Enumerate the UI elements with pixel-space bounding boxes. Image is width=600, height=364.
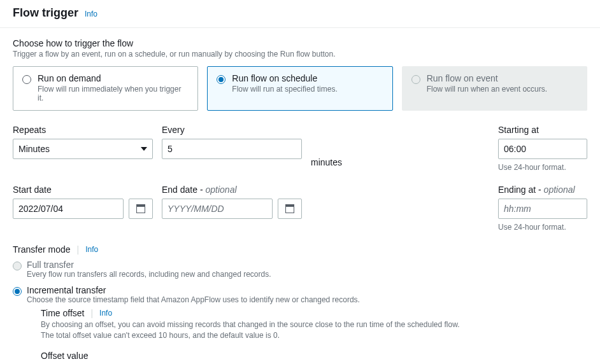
trigger-choice-help: Trigger a flow by an event, run on a sch… <box>13 50 587 59</box>
calendar-icon <box>136 204 145 213</box>
radio-icon <box>13 262 22 270</box>
info-link[interactable]: Info <box>85 10 97 18</box>
tile-run-on-event: Run flow on event Flow will run when an … <box>402 66 587 111</box>
transfer-incremental-label: Incremental transfer <box>27 285 460 295</box>
tile-label: Run flow on schedule <box>232 73 337 83</box>
ending-at-label: Ending at - optional <box>498 185 587 195</box>
trigger-tiles: Run on demand Flow will run immediately … <box>13 66 587 111</box>
every-input[interactable] <box>162 139 302 159</box>
start-date-input[interactable] <box>13 199 124 219</box>
ending-at-hint: Use 24-hour format. <box>498 223 587 232</box>
time-offset-desc2: The total offset value can't exceed 10 h… <box>41 331 280 340</box>
tile-desc: Flow will run when an event occurs. <box>427 85 547 94</box>
start-date-label: Start date <box>13 185 153 195</box>
every-label: Every <box>162 125 302 135</box>
ending-at-input[interactable] <box>498 199 587 219</box>
transfer-mode-info-link[interactable]: Info <box>85 245 98 254</box>
transfer-mode-title: Transfer mode <box>13 244 71 255</box>
repeats-label: Repeats <box>13 125 153 135</box>
transfer-mode-full: Full transfer Every flow run transfers a… <box>13 260 587 279</box>
radio-icon <box>217 75 225 84</box>
calendar-icon <box>285 204 294 213</box>
every-unit: minutes <box>311 157 342 167</box>
transfer-full-label: Full transfer <box>27 260 271 270</box>
page-title: Flow trigger Info <box>13 6 587 20</box>
radio-icon <box>411 75 420 84</box>
time-offset-title: Time offset <box>41 308 84 318</box>
trigger-choice-label: Choose how to trigger the flow <box>13 38 587 48</box>
tile-desc: Flow will run immediately when you trigg… <box>38 85 189 102</box>
tile-desc: Flow will run at specified times. <box>232 85 337 94</box>
repeats-select[interactable]: Minutes <box>13 139 153 159</box>
tile-run-on-demand[interactable]: Run on demand Flow will run immediately … <box>13 66 198 111</box>
starting-at-hint: Use 24-hour format. <box>498 163 587 172</box>
radio-icon <box>22 75 31 84</box>
start-date-picker-button[interactable] <box>129 199 153 219</box>
transfer-incremental-desc: Choose the source timestamp field that A… <box>27 295 460 304</box>
chevron-down-icon <box>141 147 147 151</box>
transfer-full-desc: Every flow run transfers all records, in… <box>27 270 271 279</box>
starting-at-label: Starting at <box>498 125 587 135</box>
page-title-text: Flow trigger <box>13 6 78 20</box>
transfer-mode-incremental[interactable]: Incremental transfer Choose the source t… <box>13 285 587 364</box>
end-date-input[interactable] <box>162 199 273 219</box>
repeats-select-value: Minutes <box>18 144 50 154</box>
time-offset-desc1: By choosing an offset, you can avoid mis… <box>41 320 460 329</box>
starting-at-input[interactable] <box>498 139 587 159</box>
tile-label: Run on demand <box>38 73 189 83</box>
end-date-label: End date - optional <box>162 185 302 195</box>
time-offset-info-link[interactable]: Info <box>99 309 112 318</box>
tile-label: Run flow on event <box>427 73 547 83</box>
radio-icon <box>13 287 22 296</box>
offset-value-label: Offset value <box>41 351 460 361</box>
end-date-picker-button[interactable] <box>278 199 302 219</box>
tile-run-on-schedule[interactable]: Run flow on schedule Flow will run at sp… <box>207 66 392 111</box>
